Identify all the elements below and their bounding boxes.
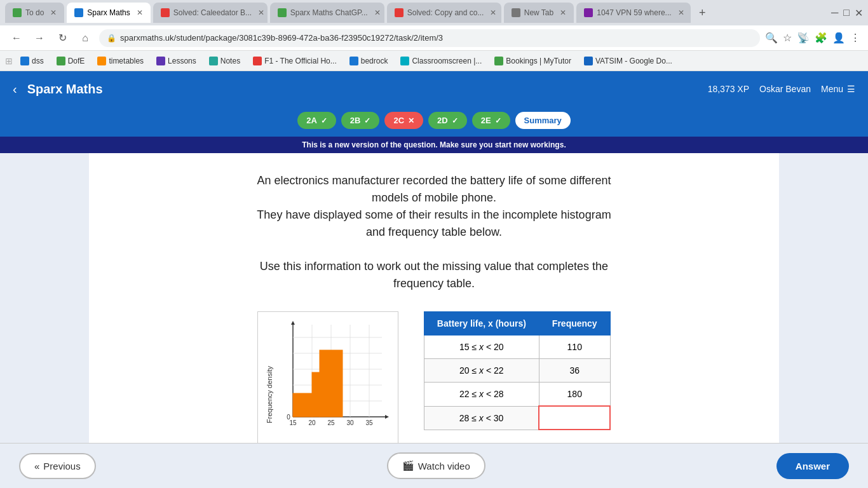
- profile-icon[interactable]: 👤: [832, 32, 845, 44]
- bookmark-label-timetables: timetables: [109, 57, 144, 65]
- question-line3: They have displayed some of their result…: [257, 208, 611, 221]
- bookmark-timetables[interactable]: timetables: [92, 55, 149, 67]
- close-icon[interactable]: ✕: [855, 7, 863, 19]
- bookmark-notes[interactable]: Notes: [204, 55, 245, 67]
- tab-label-todo: To do: [25, 8, 44, 17]
- back-nav-button[interactable]: ←: [8, 29, 25, 47]
- task-tab-2d[interactable]: 2D ✓: [428, 112, 467, 129]
- question-line2: models of mobile phone.: [372, 191, 496, 204]
- check-icon-2d: ✓: [452, 116, 458, 125]
- tab-favicon-chatgp: [278, 8, 287, 17]
- table-cell-freq-1: 110: [539, 336, 610, 359]
- tab-close-sparx[interactable]: ✕: [137, 8, 143, 17]
- bookmark-label-lessons: Lessons: [168, 57, 196, 65]
- table-cell-range-2: 20 ≤ x < 22: [424, 359, 539, 383]
- tab-close-chatgp[interactable]: ✕: [374, 8, 381, 17]
- settings-icon[interactable]: ⋮: [850, 32, 860, 44]
- task-tab-2a[interactable]: 2A ✓: [297, 112, 336, 129]
- bookmark-label-notes: Notes: [220, 57, 240, 65]
- tab-vpn[interactable]: 1047 VPN 59 where... ✕: [576, 3, 691, 23]
- address-bar: ← → ↻ ⌂ 🔒 sparxmaths.uk/student/package/…: [0, 25, 868, 51]
- bookmark-dofe[interactable]: DofE: [51, 55, 90, 67]
- tab-favicon-copy: [395, 8, 403, 17]
- table-cell-range-4: 28 ≤ x < 30: [424, 406, 539, 430]
- tab-label-caleedator: Solved: Caleedator B...: [173, 8, 252, 17]
- bookmark-f1[interactable]: F1 - The Official Ho...: [248, 55, 342, 67]
- bookmark-bedrock[interactable]: bedrock: [344, 55, 393, 67]
- cast-icon[interactable]: 📡: [797, 32, 810, 44]
- bookmark-vatsim[interactable]: VATSIM - Google Do...: [579, 55, 677, 67]
- tab-newtab[interactable]: New Tab ✕: [504, 3, 574, 23]
- forward-nav-button[interactable]: →: [31, 29, 48, 47]
- tab-caleedator[interactable]: Solved: Caleedator B... ✕: [153, 3, 268, 23]
- back-button[interactable]: ‹: [13, 82, 17, 97]
- extensions-icon[interactable]: 🧩: [815, 32, 827, 44]
- bookmark-classroomscreen[interactable]: Classroomscreen |...: [395, 55, 487, 67]
- maximize-icon[interactable]: □: [843, 7, 850, 18]
- tab-favicon-newtab: [512, 8, 520, 17]
- svg-text:35: 35: [365, 419, 373, 426]
- tab-label-chatgp: Sparx Maths ChatGP...: [290, 8, 368, 17]
- home-button[interactable]: ⌂: [76, 29, 94, 47]
- browser-bar-icons: 🔍 ☆ 📡 🧩 👤 ⋮: [765, 32, 860, 44]
- bookmark-lessons[interactable]: Lessons: [151, 55, 201, 67]
- table-cell-freq-3: 180: [539, 383, 610, 407]
- tab-todo[interactable]: To do ✕: [5, 3, 64, 23]
- bookmarks-bar: ⊞ dss DofE timetables Lessons Notes F1 -…: [0, 51, 868, 71]
- bookmark-bookings[interactable]: Bookings | MyTutor: [489, 55, 576, 67]
- task-tab-2c[interactable]: 2C ✕: [384, 112, 423, 129]
- watch-video-button[interactable]: 🎬 Watch video: [387, 452, 485, 479]
- y-axis-label: Frequency density: [266, 366, 273, 423]
- tab-close-caleedator[interactable]: ✕: [258, 8, 264, 17]
- tab-close-newtab[interactable]: ✕: [560, 8, 566, 17]
- frequency-table: Battery life, x (hours) Frequency 15 ≤ x…: [424, 311, 611, 430]
- menu-button[interactable]: Menu ☰: [821, 84, 855, 94]
- question-line4: and frequency table below.: [366, 226, 502, 238]
- svg-text:15: 15: [289, 419, 297, 426]
- tab-close-copy[interactable]: ✕: [490, 8, 496, 17]
- tab-copy[interactable]: Solved: Copy and co... ✕: [387, 3, 501, 23]
- tab-label-copy: Solved: Copy and co...: [407, 8, 484, 17]
- bookmark-dss[interactable]: dss: [15, 55, 49, 67]
- check-icon-2b: ✓: [364, 116, 370, 125]
- reload-button[interactable]: ↻: [53, 29, 71, 47]
- banner-bold: This is a new version of the question.: [302, 140, 437, 149]
- svg-rect-16: [320, 350, 342, 417]
- answer-label: Answer: [796, 461, 830, 471]
- table-header-frequency: Frequency: [539, 312, 610, 336]
- video-icon: 🎬: [402, 460, 414, 471]
- answer-input-cell[interactable]: [539, 406, 610, 430]
- tab-2c-label: 2C: [393, 116, 404, 125]
- star-icon[interactable]: ☆: [783, 32, 792, 44]
- app-title: Sparx Maths: [27, 82, 708, 97]
- header-right: 18,373 XP Oskar Bevan Menu ☰: [708, 84, 855, 94]
- tab-2d-label: 2D: [437, 116, 448, 125]
- user-name: Oskar Bevan: [759, 84, 811, 94]
- tab-close-vpn[interactable]: ✕: [678, 8, 684, 17]
- apps-icon[interactable]: ⊞: [5, 56, 13, 66]
- previous-button[interactable]: « Previous: [19, 453, 96, 479]
- task-tab-summary[interactable]: Summary: [515, 112, 571, 129]
- question-text: An electronics manufacturer recorded the…: [114, 172, 754, 292]
- answer-button[interactable]: Answer: [776, 453, 849, 479]
- question-line1: An electronics manufacturer recorded the…: [257, 174, 611, 187]
- tab-favicon-vpn: [584, 8, 593, 17]
- search-icon[interactable]: 🔍: [765, 32, 778, 44]
- task-tab-2e[interactable]: 2E ✓: [472, 112, 510, 129]
- minimize-icon[interactable]: ─: [831, 7, 838, 18]
- new-tab-button[interactable]: +: [693, 4, 711, 22]
- table-cell-range-3: 22 ≤ x < 28: [424, 383, 539, 407]
- tab-close-todo[interactable]: ✕: [50, 8, 57, 17]
- url-input[interactable]: 🔒 sparxmaths.uk/student/package/3081c39b…: [99, 29, 760, 47]
- tab-label-vpn: 1047 VPN 59 where...: [597, 8, 671, 17]
- bookmark-label-dofe: DofE: [68, 57, 85, 65]
- tab-chatgp[interactable]: Sparx Maths ChatGP... ✕: [270, 3, 384, 23]
- url-text: sparxmaths.uk/student/package/3081c39b-8…: [120, 33, 443, 43]
- table-cell-range-1: 15 ≤ x < 20: [424, 336, 539, 359]
- tab-sparx[interactable]: Sparx Maths ✕: [67, 3, 150, 23]
- app-header: ‹ Sparx Maths 18,373 XP Oskar Bevan Menu…: [0, 71, 868, 107]
- tab-summary-label: Summary: [524, 116, 562, 125]
- svg-rect-15: [312, 372, 320, 417]
- bookmark-label-bookings: Bookings | MyTutor: [506, 57, 571, 65]
- task-tab-2b[interactable]: 2B ✓: [341, 112, 380, 129]
